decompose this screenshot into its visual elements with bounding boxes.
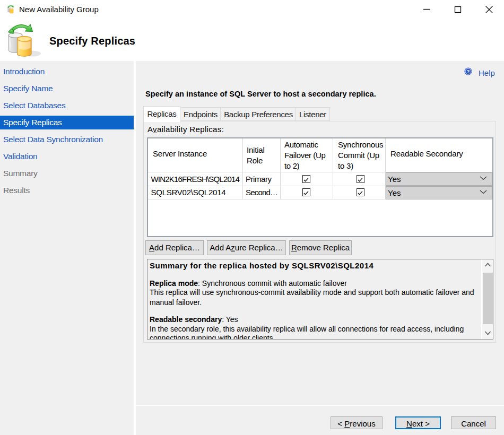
svg-text:?: ? <box>467 68 470 74</box>
